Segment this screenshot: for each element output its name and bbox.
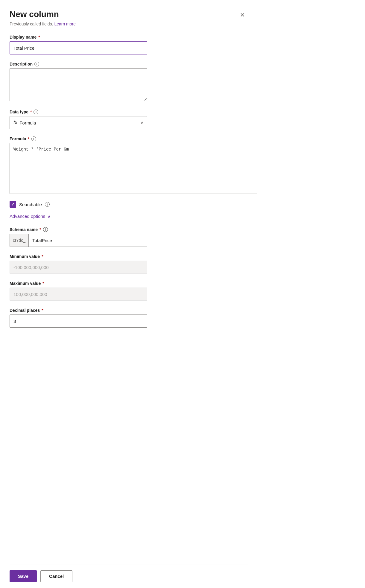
schema-name-label: Schema name * i	[10, 227, 248, 232]
advanced-options-label: Advanced options	[10, 214, 45, 219]
maximum-value-label: Maximum value *	[10, 281, 248, 286]
schema-name-info-icon[interactable]: i	[43, 227, 48, 232]
new-column-panel: New column ✕ Previously called fields. L…	[0, 0, 257, 588]
searchable-label: Searchable	[19, 202, 42, 207]
searchable-checkbox[interactable]: ✓	[10, 201, 16, 208]
schema-name-input-wrapper: cr7dc_	[10, 234, 147, 247]
panel-header: New column ✕	[10, 10, 248, 20]
searchable-group: ✓ Searchable i	[10, 201, 248, 208]
maximum-value-group: Maximum value * 100,000,000,000	[10, 281, 248, 301]
learn-more-link[interactable]: Learn more	[54, 22, 76, 26]
data-type-value: Formula	[19, 120, 36, 125]
formula-input[interactable]	[13, 147, 257, 189]
schema-name-input[interactable]	[29, 234, 147, 247]
fx-icon: fx	[13, 120, 17, 125]
decimal-places-group: Decimal places *	[10, 308, 248, 328]
decimal-places-required: *	[42, 308, 43, 313]
minimum-value-placeholder: -100,000,000,000	[13, 265, 49, 270]
formula-label: Formula * i	[10, 136, 248, 141]
minimum-value-required: *	[42, 254, 43, 259]
maximum-value-placeholder: 100,000,000,000	[13, 292, 47, 297]
searchable-info-icon[interactable]: i	[45, 202, 50, 207]
decimal-places-input[interactable]	[10, 314, 147, 328]
save-button[interactable]: Save	[10, 570, 37, 582]
description-input[interactable]	[10, 68, 147, 101]
chevron-down-icon: ∨	[140, 120, 143, 125]
formula-group: Formula * i	[10, 136, 248, 194]
check-icon: ✓	[11, 202, 15, 207]
display-name-group: Display name *	[10, 35, 248, 54]
schema-name-label-text: Schema name	[10, 227, 38, 232]
description-label: Description i	[10, 62, 248, 66]
schema-name-required: *	[39, 227, 41, 232]
schema-prefix: cr7dc_	[10, 234, 29, 247]
formula-label-text: Formula	[10, 136, 26, 141]
maximum-value-required: *	[42, 281, 44, 286]
minimum-value-group: Minimum value * -100,000,000,000	[10, 254, 248, 274]
minimum-value-label: Minimum value *	[10, 254, 248, 259]
minimum-value-input: -100,000,000,000	[10, 261, 147, 274]
panel-title: New column	[10, 10, 59, 19]
description-group: Description i	[10, 62, 248, 102]
formula-required: *	[28, 136, 29, 141]
display-name-required: *	[38, 35, 40, 39]
data-type-required: *	[30, 110, 32, 114]
schema-name-group: Schema name * i cr7dc_	[10, 227, 248, 247]
description-info-icon[interactable]: i	[34, 62, 39, 66]
description-label-text: Description	[10, 62, 33, 66]
subtitle: Previously called fields. Learn more	[10, 22, 248, 26]
maximum-value-input: 100,000,000,000	[10, 288, 147, 301]
data-type-label: Data type * i	[10, 110, 248, 114]
footer: Save Cancel	[10, 564, 248, 588]
data-type-group: Data type * i fx Formula ∨	[10, 110, 248, 129]
minimum-value-label-text: Minimum value	[10, 254, 40, 259]
close-button[interactable]: ✕	[237, 10, 248, 20]
data-type-label-text: Data type	[10, 110, 28, 114]
subtitle-text: Previously called fields.	[10, 22, 53, 26]
decimal-places-label-text: Decimal places	[10, 308, 40, 313]
maximum-value-label-text: Maximum value	[10, 281, 41, 286]
data-type-select[interactable]: fx Formula ∨	[10, 116, 147, 129]
display-name-label-text: Display name	[10, 35, 36, 39]
decimal-places-label: Decimal places *	[10, 308, 248, 313]
display-name-input[interactable]	[10, 41, 147, 54]
cancel-button[interactable]: Cancel	[40, 570, 72, 582]
chevron-up-icon: ∧	[48, 214, 51, 219]
formula-info-icon[interactable]: i	[31, 136, 36, 141]
display-name-label: Display name *	[10, 35, 248, 39]
advanced-options-toggle[interactable]: Advanced options ∧	[10, 214, 248, 219]
data-type-info-icon[interactable]: i	[34, 110, 38, 114]
formula-container	[10, 143, 257, 194]
